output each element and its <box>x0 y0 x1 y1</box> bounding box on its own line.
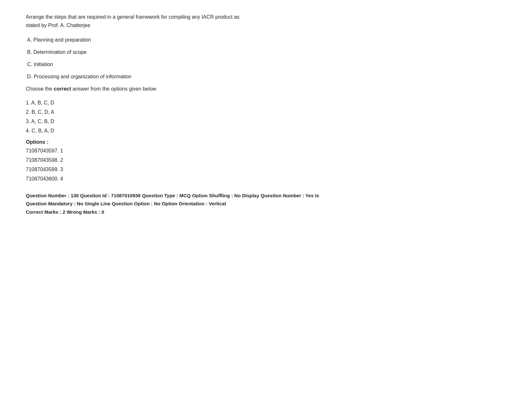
instruction-line2: stated by Prof. A. Chatterjee <box>26 23 90 28</box>
meta-line3: Correct Marks : 2 Wrong Marks : 0 <box>26 208 380 216</box>
choose-bold: correct <box>54 86 71 92</box>
option-d: D. Processing and organization of inform… <box>26 74 506 80</box>
answer-option-1: 1. A, B, C, D <box>26 98 506 108</box>
option-b-label: B. Determination of scope <box>27 49 86 55</box>
choose-text: Choose the correct answer from the optio… <box>26 86 506 92</box>
option-c-label: C. Initiation <box>27 62 53 67</box>
option-id-2: 71087043598. 2 <box>26 156 506 165</box>
option-d-label: D. Processing and organization of inform… <box>27 74 132 79</box>
answer-option-3: 3. A, C, B, D <box>26 117 506 126</box>
option-a: A. Planning and preparation <box>26 37 506 43</box>
options-label: Options : <box>26 139 506 145</box>
answer-option-2: 2. B, C, D, A <box>26 108 506 117</box>
option-id-4: 71087043600. 4 <box>26 174 506 184</box>
option-id-3: 71087043599. 3 <box>26 165 506 174</box>
meta-line1: Question Number : 130 Question Id : 7108… <box>26 191 380 200</box>
answer-option-4: 4. C, B, A, D <box>26 126 506 136</box>
question-text: Arrange the steps that are required in a… <box>26 13 303 29</box>
option-a-label: A. Planning and preparation <box>27 37 91 43</box>
option-id-1: 71087043597. 1 <box>26 146 506 156</box>
option-b: B. Determination of scope <box>26 49 506 55</box>
meta-line2: Question Mandatory : No Single Line Ques… <box>26 200 380 208</box>
question-container: Arrange the steps that are required in a… <box>26 13 506 216</box>
instruction-line1: Arrange the steps that are required in a… <box>26 14 240 20</box>
answer-options: 1. A, B, C, D 2. B, C, D, A 3. A, C, B, … <box>26 98 506 135</box>
option-ids: 71087043597. 1 71087043598. 2 7108704359… <box>26 146 506 183</box>
choose-prefix: Choose the <box>26 86 54 92</box>
option-c: C. Initiation <box>26 62 506 67</box>
choose-suffix: answer from the options given below <box>71 86 156 92</box>
meta-info: Question Number : 130 Question Id : 7108… <box>26 191 380 216</box>
